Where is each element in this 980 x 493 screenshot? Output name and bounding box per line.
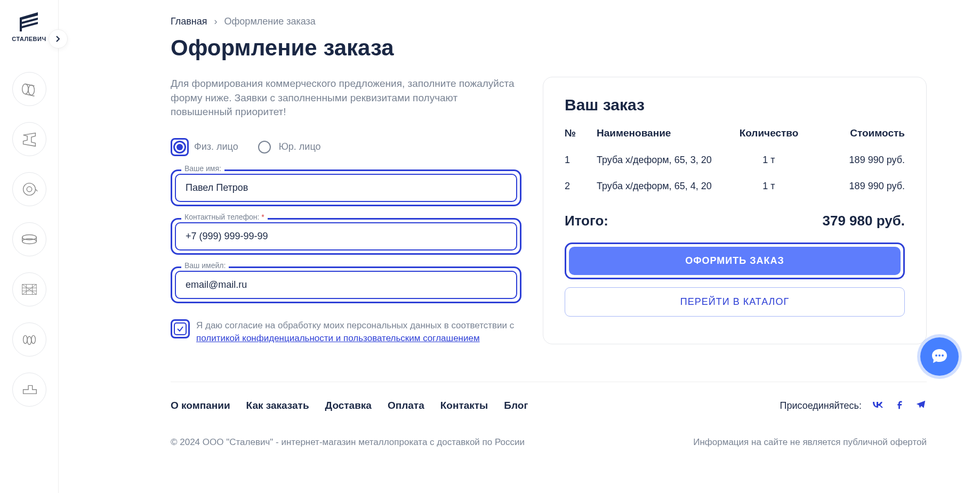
radio-label: Физ. лицо (194, 141, 238, 152)
footer-links: О компании Как заказать Доставка Оплата … (171, 400, 528, 411)
logo-text: СТАЛЕВИЧ (12, 36, 46, 42)
breadcrumb: Главная › Оформление заказа (171, 16, 927, 27)
customer-type-radio-group: Физ. лицо Юр. лицо (171, 138, 521, 156)
checkout-form: Для формирования коммерческого предложен… (171, 77, 521, 344)
svg-point-6 (23, 335, 27, 343)
name-input[interactable] (175, 174, 517, 202)
category-mesh-icon[interactable] (12, 272, 46, 306)
footer: О компании Как заказать Доставка Оплата … (59, 366, 980, 464)
order-row: 1 Труба х/деформ, 65, 3, 20 1 т 189 990 … (565, 147, 905, 173)
email-label: Ваш имейл: (181, 261, 229, 270)
chat-button[interactable] (920, 337, 959, 376)
consent-checkbox[interactable] (171, 319, 190, 338)
breadcrumb-current: Оформление заказа (224, 16, 316, 27)
category-rods-icon[interactable] (12, 322, 46, 357)
privacy-policy-link[interactable]: политикой конфиденциальности и пользоват… (196, 333, 480, 343)
sidebar-category-list (12, 72, 46, 407)
email-field-wrapper: Ваш имейл: (171, 266, 521, 303)
footer-link-delivery[interactable]: Доставка (325, 400, 372, 411)
svg-point-9 (935, 354, 937, 357)
consent-row: Я даю согласие на обработку моих персона… (171, 319, 521, 345)
name-field-wrapper: Ваше имя: (171, 169, 521, 206)
svg-point-0 (22, 84, 28, 94)
disclaimer-text: Информация на сайте не является публично… (693, 437, 927, 448)
col-header-name: Наименование (597, 127, 729, 139)
footer-link-payment[interactable]: Оплата (388, 400, 424, 411)
footer-link-how-to-order[interactable]: Как заказать (246, 400, 309, 411)
svg-point-1 (28, 85, 34, 95)
svg-point-11 (942, 354, 944, 357)
go-to-catalog-button[interactable]: ПЕРЕЙТИ В КАТАЛОГ (565, 287, 905, 317)
radio-individual[interactable]: Физ. лицо (171, 138, 238, 156)
category-pipes-icon[interactable] (12, 72, 46, 106)
total-label: Итого: (565, 213, 608, 229)
category-rings-icon[interactable] (12, 222, 46, 256)
radio-label: Юр. лицо (279, 141, 321, 152)
order-row: 2 Труба х/деформ, 65, 4, 20 1 т 189 990 … (565, 173, 905, 199)
svg-point-2 (23, 183, 35, 196)
chevron-right-icon (54, 35, 62, 43)
logo[interactable]: СТАЛЕВИЧ (11, 8, 48, 45)
svg-point-10 (938, 354, 941, 357)
phone-label: Контактный телефон: * (181, 213, 268, 221)
col-header-price: Стоимость (809, 127, 905, 139)
col-header-num: № (565, 127, 597, 139)
chat-icon (930, 347, 949, 366)
vk-icon[interactable] (871, 398, 884, 413)
checkmark-icon (176, 325, 184, 333)
consent-text: Я даю согласие на обработку моих персона… (196, 319, 521, 345)
svg-point-8 (31, 335, 35, 343)
copyright-text: © 2024 ООО "Сталевич" - интернет-магазин… (171, 437, 525, 448)
telegram-icon[interactable] (915, 399, 927, 413)
phone-field-wrapper: Контактный телефон: * (171, 218, 521, 255)
breadcrumb-separator: › (214, 16, 218, 27)
radio-company[interactable]: Юр. лицо (255, 138, 321, 156)
phone-input[interactable] (175, 222, 517, 250)
facebook-icon[interactable] (894, 399, 905, 413)
footer-social: Присоединяйтесь: (780, 398, 927, 413)
col-header-qty: Количество (729, 127, 809, 139)
footer-link-contacts[interactable]: Контакты (440, 400, 488, 411)
intro-text: Для формирования коммерческого предложен… (171, 77, 521, 119)
breadcrumb-home[interactable]: Главная (171, 16, 207, 27)
footer-link-about[interactable]: О компании (171, 400, 230, 411)
category-beams-icon[interactable] (12, 122, 46, 156)
order-title: Ваш заказ (565, 96, 905, 114)
category-coils-icon[interactable] (12, 172, 46, 206)
order-table-header: № Наименование Количество Стоимость (565, 127, 905, 147)
name-label: Ваше имя: (181, 164, 224, 173)
social-label: Присоединяйтесь: (780, 400, 862, 411)
page-title: Оформление заказа (171, 35, 927, 61)
submit-order-button[interactable]: ОФОРМИТЬ ЗАКАЗ (569, 247, 901, 275)
order-total: Итого: 379 980 руб. (565, 213, 905, 229)
radio-selected-icon (173, 141, 186, 153)
sidebar: СТАЛЕВИЧ (0, 0, 59, 493)
total-value: 379 980 руб. (823, 213, 905, 229)
sidebar-expand-button[interactable] (49, 29, 68, 49)
footer-divider (171, 382, 927, 382)
svg-point-7 (27, 336, 31, 344)
svg-point-3 (27, 187, 32, 192)
footer-link-blog[interactable]: Блог (504, 400, 528, 411)
category-fittings-icon[interactable] (12, 373, 46, 407)
radio-unselected-icon (258, 141, 271, 153)
email-input[interactable] (175, 271, 517, 299)
order-table: № Наименование Количество Стоимость 1 Тр… (565, 127, 905, 199)
order-summary-panel: Ваш заказ № Наименование Количество Стои… (543, 77, 927, 344)
